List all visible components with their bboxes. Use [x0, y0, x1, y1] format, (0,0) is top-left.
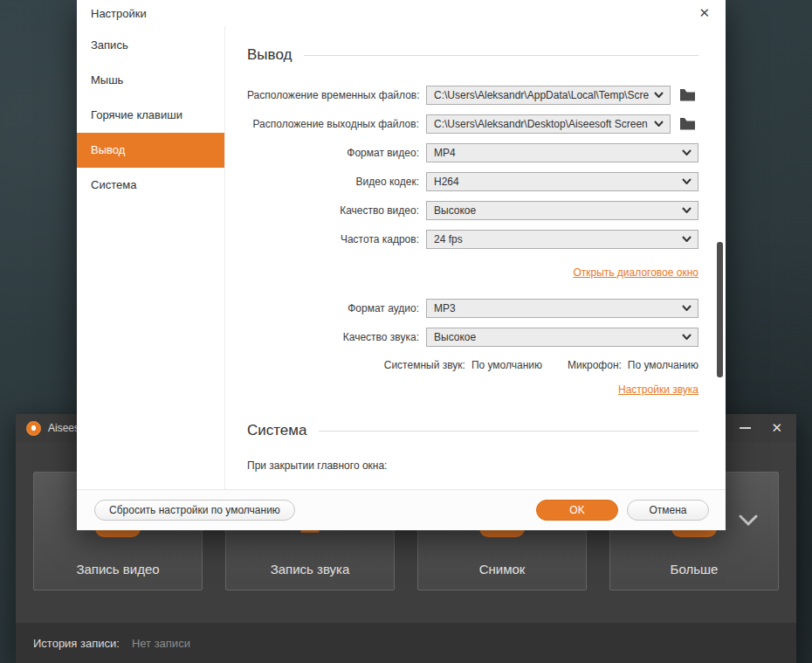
chevron-down-icon — [682, 236, 692, 242]
cancel-button[interactable]: Отмена — [627, 500, 709, 521]
sidebar-item-record[interactable]: Запись — [77, 28, 224, 63]
form-row: Качество видео: Высокое — [247, 196, 698, 224]
settings-sidebar: Запись Мышь Горячие клавиши Вывод Систем… — [77, 26, 225, 489]
chevron-down-icon — [654, 121, 664, 127]
on-close-label: При закрытии главного окна: — [247, 459, 698, 472]
dropdown-value: H264 — [434, 176, 677, 188]
reset-defaults-button[interactable]: Сбросить настройки по умолчанию — [94, 500, 295, 521]
video-format-dropdown[interactable]: MP4 — [426, 143, 698, 162]
browse-output-folder-button[interactable] — [676, 114, 698, 135]
heading-rule — [319, 431, 698, 432]
form-row: Формат аудио: MP3 — [247, 294, 698, 322]
app-title: Aisees — [48, 422, 79, 434]
chevron-down-icon[interactable] — [738, 515, 759, 527]
dropdown-value: MP4 — [434, 147, 677, 159]
ok-button[interactable]: OK — [536, 500, 618, 521]
dialog-titlebar: Настройки ✕ — [77, 0, 726, 26]
system-sound-value: По умолчанию — [471, 359, 542, 371]
section-title: Вывод — [247, 46, 292, 64]
sidebar-item-system[interactable]: Система — [77, 168, 224, 203]
output-files-location-dropdown[interactable]: C:\Users\Aleksandr\Desktop\Aiseesoft Scr… — [426, 114, 671, 134]
chevron-down-icon — [682, 178, 692, 184]
sidebar-item-output[interactable]: Вывод — [77, 133, 224, 168]
minimize-button[interactable] — [738, 421, 752, 435]
dialog-footer: Сбросить настройки по умолчанию OK Отмен… — [77, 489, 726, 530]
desktop-background: Aisees ✕ Запись видео — [0, 0, 812, 663]
dialog-title: Настройки — [91, 7, 147, 20]
open-dialog-link-row: Открыть диалоговое окно — [247, 264, 698, 278]
sound-settings-link-row: Настройки звука — [247, 381, 698, 395]
browse-temp-folder-button[interactable] — [676, 85, 698, 106]
chevron-down-icon — [682, 207, 692, 213]
form-row: Расположение выходных файлов: C:\Users\A… — [247, 109, 698, 138]
dropdown-value: MP3 — [434, 302, 677, 314]
field-label: Качество звука: — [247, 331, 426, 343]
settings-content: Вывод Расположение временных файлов: C:\… — [225, 26, 726, 489]
field-label: Расположение выходных файлов: — [247, 118, 426, 130]
temp-files-location-dropdown[interactable]: C:\Users\Aleksandr\AppData\Local\Temp\Sc… — [426, 86, 671, 105]
folder-icon — [679, 117, 696, 130]
chevron-down-icon — [654, 92, 664, 98]
history-bar: История записи: Нет записи — [16, 623, 796, 663]
card-label: Запись звука — [226, 562, 394, 577]
sidebar-item-hotkeys[interactable]: Горячие клавиши — [77, 98, 224, 133]
microphone-value: По умолчанию — [628, 359, 698, 371]
field-label: Качество видео: — [247, 204, 426, 217]
form-row: Формат видео: MP4 — [247, 138, 698, 167]
form-row: Видео кодек: H264 — [247, 167, 698, 196]
field-label: Частота кадров: — [247, 233, 426, 245]
history-value: Нет записи — [132, 637, 190, 650]
audio-quality-dropdown[interactable]: Высокое — [426, 328, 698, 347]
video-quality-dropdown[interactable]: Высокое — [426, 201, 698, 220]
sidebar-item-mouse[interactable]: Мышь — [77, 63, 224, 98]
form-row: Расположение временных файлов: C:\Users\… — [247, 80, 698, 109]
window-controls: ✕ — [738, 421, 782, 435]
folder-icon — [679, 88, 696, 101]
field-label: Видео кодек: — [247, 176, 426, 188]
field-label: Формат видео: — [247, 147, 426, 159]
system-sound-label: Системный звук: — [384, 359, 465, 371]
sound-settings-link[interactable]: Настройки звука — [618, 383, 698, 396]
frame-rate-dropdown[interactable]: 24 fps — [426, 230, 698, 249]
field-label: Расположение временных файлов: — [247, 89, 426, 101]
chevron-down-icon — [682, 334, 692, 340]
dropdown-value: C:\Users\Aleksandr\AppData\Local\Temp\Sc… — [434, 89, 649, 101]
system-section-heading: Система — [247, 421, 698, 440]
video-codec-dropdown[interactable]: H264 — [426, 172, 698, 191]
app-close-button[interactable]: ✕ — [771, 421, 782, 435]
field-label: Формат аудио: — [247, 302, 426, 314]
dropdown-value: Высокое — [434, 331, 677, 343]
scrollbar-thumb[interactable] — [717, 242, 723, 377]
dropdown-value: 24 fps — [434, 233, 677, 245]
settings-dialog: Настройки ✕ Запись Мышь Горячие клавиши … — [77, 0, 726, 530]
card-label: Больше — [610, 562, 778, 577]
audio-form: Формат аудио: MP3 Качество звука: Высоко… — [247, 294, 698, 351]
dialog-close-button[interactable]: ✕ — [698, 6, 710, 20]
form-row: Частота кадров: 24 fps — [247, 224, 698, 253]
dropdown-value: C:\Users\Aleksandr\Desktop\Aiseesoft Scr… — [434, 118, 649, 130]
dropdown-value: Высокое — [434, 204, 677, 217]
card-label: Запись видео — [34, 562, 202, 577]
output-form: Расположение временных файлов: C:\Users\… — [247, 80, 698, 253]
history-label: История записи: — [33, 637, 120, 650]
heading-rule — [304, 55, 698, 56]
card-label: Снимок — [418, 562, 586, 577]
chevron-down-icon — [682, 149, 692, 155]
output-section-heading: Вывод — [247, 45, 698, 65]
minimize-icon — [740, 427, 751, 429]
section-title: Система — [247, 422, 306, 439]
app-logo-icon — [26, 421, 41, 436]
audio-format-dropdown[interactable]: MP3 — [426, 299, 698, 318]
form-row: Качество звука: Высокое — [247, 322, 698, 351]
open-dialog-link[interactable]: Открыть диалоговое окно — [573, 266, 698, 279]
chevron-down-icon — [682, 305, 692, 311]
microphone-label: Микрофон: — [568, 359, 622, 371]
sound-status-row: Системный звук: По умолчанию Микрофон: П… — [247, 358, 698, 372]
